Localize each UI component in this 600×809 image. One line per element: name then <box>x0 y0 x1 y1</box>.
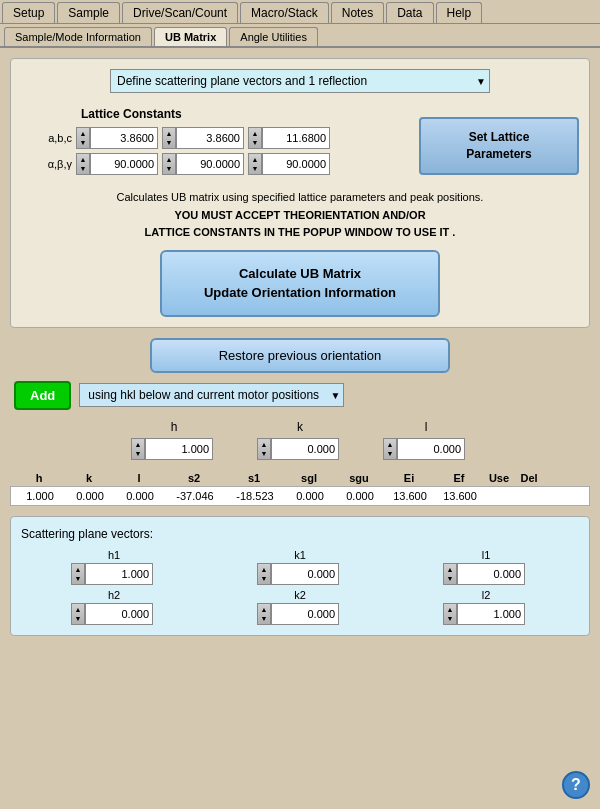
tab-ub-matrix[interactable]: UB Matrix <box>154 27 227 46</box>
using-select[interactable]: using hkl below and current motor positi… <box>79 383 344 407</box>
b-spin-up-icon[interactable]: ▲ <box>166 129 173 138</box>
scatter-title: Scattering plane vectors: <box>21 527 579 541</box>
h1-spin-arrows[interactable]: ▲ ▼ <box>71 563 85 585</box>
menu-sample[interactable]: Sample <box>57 2 120 23</box>
h1-input[interactable] <box>85 563 153 585</box>
h2-label: h2 <box>108 589 120 601</box>
menu-macro-stack[interactable]: Macro/Stack <box>240 2 329 23</box>
tab-angle-utilities[interactable]: Angle Utilities <box>229 27 318 46</box>
scattering-plane-dropdown[interactable]: Define scattering plane vectors and 1 re… <box>110 69 490 93</box>
row-sgl: 0.000 <box>285 489 335 503</box>
a-spin-up-icon[interactable]: ▲ <box>80 129 87 138</box>
l1-input[interactable] <box>457 563 525 585</box>
alpha-spin-arrows[interactable]: ▲ ▼ <box>76 153 90 175</box>
l-spin-up-icon[interactable]: ▲ <box>387 440 394 449</box>
k2-spinner: ▲ ▼ <box>257 603 339 625</box>
set-lattice-button[interactable]: Set Lattice Parameters <box>419 117 579 175</box>
k-col: k ▲ ▼ <box>257 420 343 460</box>
k2-input[interactable] <box>271 603 339 625</box>
b-spinner: ▲ ▼ <box>162 127 244 149</box>
l2-spin-arrows[interactable]: ▲ ▼ <box>443 603 457 625</box>
add-row: Add using hkl below and current motor po… <box>10 381 590 410</box>
k1-label: k1 <box>294 549 306 561</box>
gamma-spin-up-icon[interactable]: ▲ <box>252 155 259 164</box>
beta-spin-arrows[interactable]: ▲ ▼ <box>162 153 176 175</box>
col-header-del: Del <box>514 472 544 484</box>
calculate-ub-button[interactable]: Calculate UB Matrix Update Orientation I… <box>160 250 440 317</box>
lattice-left: Lattice Constants a,b,c ▲ ▼ ▲ <box>21 107 409 179</box>
help-button[interactable]: ? <box>562 771 590 799</box>
beta-spinner: ▲ ▼ <box>162 153 244 175</box>
l2-input[interactable] <box>457 603 525 625</box>
restore-orientation-button[interactable]: Restore previous orientation <box>150 338 450 373</box>
row-h: 1.000 <box>15 489 65 503</box>
menu-setup[interactable]: Setup <box>2 2 55 23</box>
angles-row: α,β,γ ▲ ▼ ▲ ▼ <box>21 153 409 175</box>
h-spin-up-icon[interactable]: ▲ <box>135 440 142 449</box>
row-use <box>485 489 515 503</box>
menu-help[interactable]: Help <box>436 2 483 23</box>
c-spin-up-icon[interactable]: ▲ <box>252 129 259 138</box>
row-s1: -18.523 <box>225 489 285 503</box>
h2-spin-arrows[interactable]: ▲ ▼ <box>71 603 85 625</box>
using-wrapper: using hkl below and current motor positi… <box>79 383 344 407</box>
col-header-k: k <box>64 472 114 484</box>
k1-input[interactable] <box>271 563 339 585</box>
c-spinner: ▲ ▼ <box>248 127 330 149</box>
alpha-spinner: ▲ ▼ <box>76 153 158 175</box>
row-del <box>515 489 545 503</box>
k-spinner: ▲ ▼ <box>257 438 339 460</box>
k-input[interactable] <box>271 438 339 460</box>
a-spin-down-icon[interactable]: ▼ <box>80 138 87 147</box>
b-spin-arrows[interactable]: ▲ ▼ <box>162 127 176 149</box>
l1-spin-arrows[interactable]: ▲ ▼ <box>443 563 457 585</box>
c-spin-down-icon[interactable]: ▼ <box>252 138 259 147</box>
menu-notes[interactable]: Notes <box>331 2 384 23</box>
beta-spin-up-icon[interactable]: ▲ <box>166 155 173 164</box>
l-spin-arrows[interactable]: ▲ ▼ <box>383 438 397 460</box>
row-l: 0.000 <box>115 489 165 503</box>
l1-spinner: ▲ ▼ <box>443 563 525 585</box>
add-button[interactable]: Add <box>14 381 71 410</box>
b-spin-down-icon[interactable]: ▼ <box>166 138 173 147</box>
calc-btn-line1: Calculate UB Matrix <box>239 266 361 281</box>
data-table-section: h k l s2 s1 sgl sgu Ei Ef Use Del 1.000 … <box>10 470 590 506</box>
menu-bar: Setup Sample Drive/Scan/Count Macro/Stac… <box>0 0 600 24</box>
c-spin-arrows[interactable]: ▲ ▼ <box>248 127 262 149</box>
beta-spin-down-icon[interactable]: ▼ <box>166 164 173 173</box>
a-spin-arrows[interactable]: ▲ ▼ <box>76 127 90 149</box>
k1-spin-arrows[interactable]: ▲ ▼ <box>257 563 271 585</box>
info-line3: LATTICE CONSTANTS IN THE POPUP WINDOW TO… <box>21 224 579 242</box>
l-label: l <box>425 420 428 434</box>
col-header-s2: s2 <box>164 472 224 484</box>
h1-spinner: ▲ ▼ <box>71 563 153 585</box>
h-spin-down-icon[interactable]: ▼ <box>135 449 142 458</box>
menu-data[interactable]: Data <box>386 2 433 23</box>
a-input[interactable] <box>90 127 158 149</box>
alpha-spin-up-icon[interactable]: ▲ <box>80 155 87 164</box>
l-spin-down-icon[interactable]: ▼ <box>387 449 394 458</box>
gamma-spin-arrows[interactable]: ▲ ▼ <box>248 153 262 175</box>
info-line2: YOU MUST ACCEPT THEORIENTATION AND/OR <box>21 207 579 225</box>
k-spin-down-icon[interactable]: ▼ <box>261 449 268 458</box>
col-header-h: h <box>14 472 64 484</box>
h-spin-arrows[interactable]: ▲ ▼ <box>131 438 145 460</box>
h-input[interactable] <box>145 438 213 460</box>
gamma-input[interactable] <box>262 153 330 175</box>
c-input[interactable] <box>262 127 330 149</box>
gamma-spin-down-icon[interactable]: ▼ <box>252 164 259 173</box>
k-spin-up-icon[interactable]: ▲ <box>261 440 268 449</box>
h2-input[interactable] <box>85 603 153 625</box>
alpha-input[interactable] <box>90 153 158 175</box>
table-header: h k l s2 s1 sgl sgu Ei Ef Use Del <box>10 470 590 486</box>
l-col: l ▲ ▼ <box>383 420 469 460</box>
tab-sample-mode-information[interactable]: Sample/Mode Information <box>4 27 152 46</box>
beta-input[interactable] <box>176 153 244 175</box>
l-input[interactable] <box>397 438 465 460</box>
k-spin-arrows[interactable]: ▲ ▼ <box>257 438 271 460</box>
k2-spin-arrows[interactable]: ▲ ▼ <box>257 603 271 625</box>
alpha-spin-down-icon[interactable]: ▼ <box>80 164 87 173</box>
b-input[interactable] <box>176 127 244 149</box>
menu-drive-scan-count[interactable]: Drive/Scan/Count <box>122 2 238 23</box>
l1-label: l1 <box>482 549 491 561</box>
